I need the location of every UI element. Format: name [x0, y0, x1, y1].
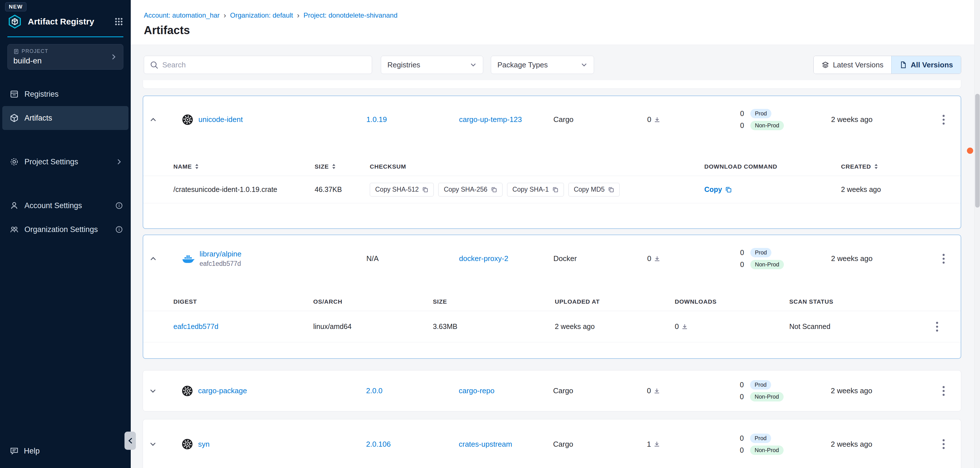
download-count: 0 — [647, 387, 651, 395]
breadcrumb-separator: › — [297, 12, 299, 19]
nonprod-count: 0 — [740, 121, 744, 130]
artifact-registry-logo-icon — [7, 14, 22, 29]
package-types-filter-dropdown[interactable]: Package Types — [491, 56, 594, 74]
latest-versions-button[interactable]: Latest Versions — [814, 56, 891, 74]
nonprod-badge: Non-Prod — [750, 121, 784, 130]
sidebar-item-project-settings[interactable]: Project Settings — [2, 150, 129, 174]
prod-badge: Prod — [750, 380, 771, 390]
column-header-size[interactable]: SIZE — [315, 163, 370, 170]
chevron-down-icon — [149, 441, 157, 448]
artifact-name-link[interactable]: unicode-ident — [198, 115, 243, 124]
digest-link[interactable]: eafc1edb577d — [173, 322, 218, 330]
column-header-checksum: CHECKSUM — [370, 163, 704, 170]
artifact-digest: eafc1edb577d — [199, 260, 241, 267]
sidebar-item-registries[interactable]: Registries — [2, 82, 129, 106]
expand-row-button[interactable] — [149, 441, 173, 448]
artifact-card-cargo-package: cargo-package 2.0.0 cargo-repo Cargo 0 0… — [143, 370, 961, 411]
file-name: /cratesunicode-ident-1.0.19.crate — [173, 185, 315, 194]
sidebar-item-account-settings[interactable]: Account Settings — [2, 194, 129, 218]
help-button[interactable]: Help — [0, 439, 131, 463]
breadcrumb-account-link[interactable]: Account: automation_har — [144, 11, 220, 19]
expand-row-button[interactable] — [149, 387, 173, 395]
sidebar-item-artifacts[interactable]: Artifacts — [2, 106, 129, 130]
registries-filter-dropdown[interactable]: Registries — [381, 56, 483, 74]
nonprod-count: 0 — [739, 446, 744, 454]
artifact-registry-link[interactable]: cargo-repo — [459, 387, 495, 395]
copy-sha1-button[interactable]: Copy SHA-1 — [507, 183, 564, 196]
collapse-row-button[interactable] — [150, 116, 173, 123]
uploaded-at: 2 weeks ago — [555, 322, 675, 331]
sidebar-collapse-handle[interactable] — [124, 431, 136, 450]
artifact-list: unicode-ident 1.0.19 cargo-up-temp-123 C… — [143, 80, 961, 468]
files-table-header: NAME SIZE CHECKSUM DOWNLOAD COMMAND CR — [143, 157, 961, 176]
copy-sha512-button[interactable]: Copy SHA-512 — [370, 183, 434, 196]
artifact-name-link[interactable]: syn — [198, 440, 210, 449]
copy-icon — [552, 186, 558, 193]
copy-md5-button[interactable]: Copy MD5 — [568, 183, 620, 196]
scrollbar-track[interactable] — [974, 0, 980, 468]
all-versions-button[interactable]: All Versions — [891, 56, 961, 74]
organization-icon — [10, 225, 19, 234]
clipped-previous-row — [143, 80, 961, 89]
module-grid-icon[interactable] — [114, 17, 123, 26]
package-type: Cargo — [553, 387, 647, 395]
download-count: 0 — [647, 254, 651, 263]
sidebar: NEW Artifact Registry PROJECT build-en — [0, 0, 131, 468]
updated-at: 2 weeks ago — [831, 387, 926, 395]
artifact-registry-link[interactable]: crates-upstream — [459, 440, 512, 448]
breadcrumb-project-link[interactable]: Project: donotdelete-shivanand — [304, 11, 398, 19]
app-title: Artifact Registry — [28, 17, 94, 26]
kebab-menu-icon[interactable] — [939, 251, 949, 267]
breadcrumb-organization-link[interactable]: Organization: default — [230, 11, 293, 19]
column-header-created[interactable]: CREATED — [841, 163, 961, 170]
artifact-name-link[interactable]: library/alpine — [199, 250, 241, 258]
scrollbar-thumb[interactable] — [975, 94, 980, 208]
file-created: 2 weeks ago — [841, 185, 961, 194]
feedback-indicator-dot[interactable] — [967, 148, 973, 154]
new-badge: NEW — [5, 2, 26, 11]
sidebar-nav: Registries Artifacts Project Settings — [0, 82, 131, 241]
artifact-registry-link[interactable]: docker-proxy-2 — [459, 254, 508, 263]
kebab-menu-icon[interactable] — [939, 436, 949, 452]
toolbar: Registries Package Types Latest Versions — [144, 56, 961, 74]
sidebar-item-organization-settings[interactable]: Organization Settings — [2, 218, 129, 241]
chevron-right-icon — [115, 158, 123, 166]
help-label: Help — [24, 447, 40, 455]
kebab-menu-icon[interactable] — [932, 319, 942, 335]
kebab-menu-icon[interactable] — [939, 112, 949, 128]
info-icon — [115, 202, 123, 209]
collapse-row-button[interactable] — [150, 255, 173, 263]
cargo-icon — [181, 438, 193, 450]
os-arch: linux/amd64 — [313, 322, 433, 331]
sort-icon — [195, 164, 199, 169]
nonprod-badge: Non-Prod — [750, 446, 784, 455]
chevron-up-icon — [150, 116, 157, 123]
kebab-menu-icon[interactable] — [939, 383, 949, 399]
artifact-version-link[interactable]: 1.0.19 — [366, 115, 387, 124]
project-selector[interactable]: PROJECT build-en — [7, 44, 123, 70]
file-size: 46.37KB — [315, 185, 370, 194]
prod-count: 0 — [740, 110, 744, 118]
breadcrumb: Account: automation_har › Organization: … — [144, 11, 980, 19]
nonprod-count: 0 — [740, 260, 744, 269]
artifact-card-syn: syn 2.0.106 crates-upstream Cargo 1 0 Pr… — [143, 419, 961, 468]
copy-sha256-button[interactable]: Copy SHA-256 — [438, 183, 502, 196]
main-content: Account: automation_har › Organization: … — [131, 0, 980, 468]
breadcrumb-separator: › — [224, 12, 226, 19]
artifact-name-link[interactable]: cargo-package — [198, 387, 247, 395]
column-header-scan-status: SCAN STATUS — [789, 298, 913, 305]
download-icon — [682, 323, 688, 330]
search-input[interactable] — [162, 60, 366, 69]
artifact-version-link[interactable]: 2.0.106 — [366, 440, 391, 448]
column-header-name[interactable]: NAME — [173, 163, 315, 170]
scan-status: Not Scanned — [789, 322, 913, 331]
artifact-card-library-alpine: library/alpine eafc1edb577d N/A docker-p… — [143, 234, 961, 359]
artifact-version-link[interactable]: 2.0.0 — [366, 387, 383, 395]
teal-divider — [7, 37, 123, 37]
file-icon — [900, 61, 907, 68]
collapse-arrow-icon — [128, 438, 132, 444]
download-command-copy-link[interactable]: Copy — [704, 185, 841, 194]
chevron-down-icon — [581, 61, 587, 68]
artifact-registry-link[interactable]: cargo-up-temp-123 — [459, 115, 522, 124]
versions-table-header: DIGEST OS/ARCH SIZE UPLOADED AT DOWNLOAD… — [143, 292, 961, 311]
